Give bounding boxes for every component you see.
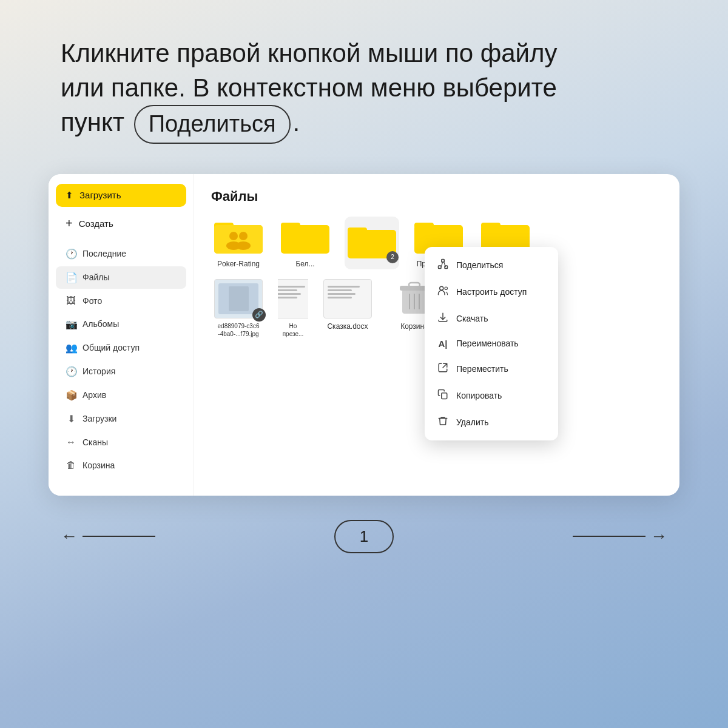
folder-poker-label: Poker-Rating [217,260,260,269]
file-image-jpg[interactable]: 🔗 ed889079-c3c6-4ba0-...f79.jpg [211,279,266,338]
folder-shared2[interactable]: 2 [345,217,399,269]
copy-menu-icon [437,389,449,402]
context-menu-move-label: Переместить [456,364,508,374]
svg-point-27 [440,286,443,290]
svg-rect-3 [214,225,263,254]
folder-bel[interactable]: Бел... [278,217,332,269]
sidebar-item-archive[interactable]: 📦 Архив [56,384,186,406]
sidebar-item-albums[interactable]: 📷 Альбомы [56,313,186,335]
main-content: Файлы Pok [194,174,679,496]
sidebar-item-archive-label: Архив [83,390,106,400]
file-doc-partial-label: Нопрезе... [283,322,304,338]
context-menu-rename-label: Переименовать [456,339,519,348]
download-menu-icon [437,312,449,325]
context-menu-access-label: Настроить доступ [456,287,527,297]
file-skazka-label: Сказка.docx [327,322,368,332]
sidebar-item-shared[interactable]: 👥 Общий доступ [56,337,186,359]
folder-poker-icon [214,217,263,256]
archive-icon: 📦 [66,389,76,401]
instruction-text: Кликните правой кнопкой мыши по файлу ил… [61,36,667,144]
next-arrow-icon: → [650,527,667,546]
context-menu-share[interactable]: Поделиться [425,252,558,278]
svg-rect-11 [348,228,367,234]
create-button[interactable]: + Создать [56,211,186,237]
shared-icon: 👥 [66,342,76,354]
rename-menu-icon: A| [437,339,449,349]
sidebar: ⬆ Загрузить + Создать 🕐 Последние 📄 Файл… [49,174,194,496]
file-doc-partial[interactable]: Нопрезе... [278,279,308,338]
prev-arrow-line [83,536,155,537]
svg-point-7 [236,241,251,250]
context-menu-share-label: Поделиться [456,260,503,270]
scans-icon: ↔ [66,437,76,448]
context-menu-download[interactable]: Скачать [425,305,558,332]
link-badge-jpg: 🔗 [252,308,266,322]
folder-bel-label: Бел... [295,260,314,269]
sidebar-item-trash[interactable]: 🗑 Корзина [56,454,186,476]
create-label: Создать [79,218,113,229]
share-menu-icon [437,258,449,272]
sidebar-item-files-label: Файлы [83,272,109,282]
prev-nav[interactable]: ← [61,527,155,546]
instruction-line1: Кликните правой кнопкой мыши по файлу [61,39,558,67]
context-menu-rename[interactable]: A| Переименовать [425,332,558,356]
context-menu-delete[interactable]: Удалить [425,409,558,436]
file-icon: 📄 [66,272,76,283]
folder-poker-rating[interactable]: Poker-Rating [211,217,266,269]
next-arrow-line [573,536,645,537]
prev-arrow-icon: ← [61,527,78,546]
sidebar-item-shared-label: Общий доступ [83,343,140,352]
sidebar-item-scans-label: Сканы [83,437,108,447]
upload-button[interactable]: ⬆ Загрузить [56,184,186,207]
context-menu: Поделиться Настроить доступ [425,247,558,440]
photo-icon: 🖼 [66,295,76,306]
sidebar-item-photos[interactable]: 🖼 Фото [56,290,186,312]
context-menu-move[interactable]: Переместить [425,356,558,382]
svg-rect-13 [414,223,434,229]
svg-point-4 [229,232,238,240]
context-menu-copy[interactable]: Копировать [425,382,558,409]
history-icon: 🕐 [66,366,76,377]
page-number: 1 [360,527,368,545]
svg-rect-15 [481,223,500,229]
people-menu-icon [437,285,449,298]
sidebar-item-history-label: История [83,366,115,376]
sidebar-item-photos-label: Фото [83,296,102,306]
move-menu-icon [437,362,449,376]
sidebar-item-files[interactable]: 📄 Файлы [56,266,186,289]
main-title: Файлы [211,189,662,204]
instruction-line2: или папке. В контекстном меню выберите [61,73,557,102]
instruction-period: . [293,108,300,136]
delete-menu-icon [437,416,449,429]
context-menu-download-label: Скачать [456,314,488,323]
app-window: ⬆ Загрузить + Создать 🕐 Последние 📄 Файл… [49,174,679,496]
folder-shared2-icon: 2 [348,221,396,261]
sidebar-item-history[interactable]: 🕐 История [56,360,186,383]
sidebar-item-downloads-label: Загрузки [83,414,116,423]
context-menu-copy-label: Копировать [456,391,502,400]
folder-badge: 2 [386,251,399,263]
page-indicator: 1 [334,520,394,553]
sidebar-item-scans[interactable]: ↔ Сканы [56,431,186,453]
share-badge: Поделиться [134,105,291,143]
folder-bel-icon [281,217,329,256]
instruction-line3-prefix: пункт [61,108,124,136]
clock-icon: 🕐 [66,248,76,260]
svg-rect-9 [281,223,300,229]
sidebar-item-trash-label: Корзина [83,460,115,470]
next-nav[interactable]: → [573,527,667,546]
svg-point-5 [239,232,248,240]
svg-rect-8 [281,225,329,254]
upload-label: Загрузить [79,190,121,200]
svg-rect-22 [439,266,442,269]
file-skazka[interactable]: Сказка.docx [320,279,375,338]
downloads-icon: ⬇ [66,413,76,425]
context-menu-delete-label: Удалить [456,417,488,427]
sidebar-item-recent[interactable]: 🕐 Последние [56,243,186,265]
bottom-nav: ← 1 → [49,520,679,553]
sidebar-item-downloads[interactable]: ⬇ Загрузки [56,408,186,430]
context-menu-access[interactable]: Настроить доступ [425,278,558,305]
svg-rect-26 [445,266,448,269]
sidebar-item-albums-label: Альбомы [83,319,119,329]
svg-rect-18 [409,283,420,287]
